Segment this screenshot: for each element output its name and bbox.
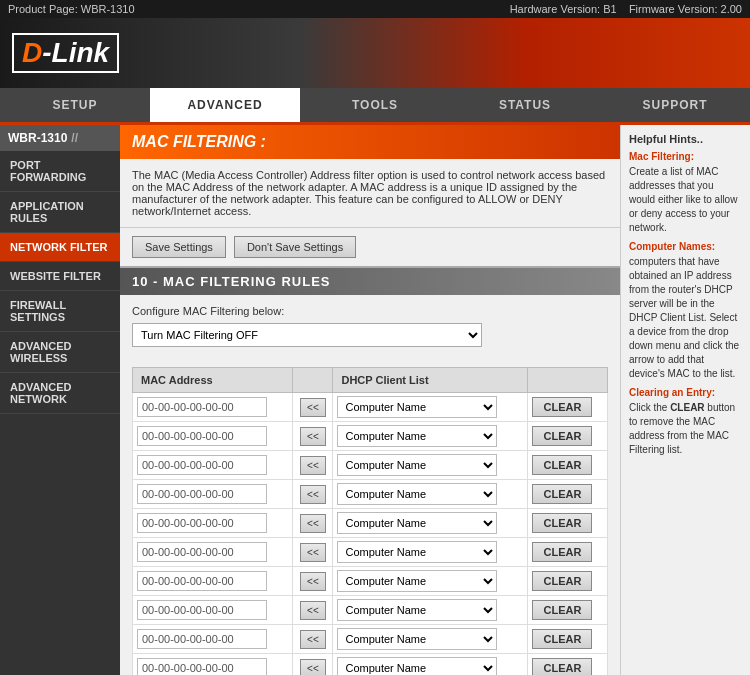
main-layout: WBR-1310 // PORT FORWARDING APPLICATION … bbox=[0, 125, 750, 675]
arrow-button[interactable]: << bbox=[300, 572, 326, 591]
table-row: <<Computer NameCLEAR bbox=[133, 538, 608, 567]
dhcp-client-select[interactable]: Computer Name bbox=[337, 541, 497, 563]
mac-address-input[interactable] bbox=[137, 426, 267, 446]
clear-button[interactable]: CLEAR bbox=[532, 455, 592, 475]
arrow-button[interactable]: << bbox=[300, 427, 326, 446]
page-title: MAC FILTERING : bbox=[120, 125, 620, 159]
mac-address-input[interactable] bbox=[137, 397, 267, 417]
tab-tools[interactable]: TOOLS bbox=[300, 88, 450, 122]
col-dhcp: DHCP Client List bbox=[333, 368, 528, 393]
sidebar: WBR-1310 // PORT FORWARDING APPLICATION … bbox=[0, 125, 120, 675]
mac-address-input[interactable] bbox=[137, 513, 267, 533]
mac-address-input[interactable] bbox=[137, 455, 267, 475]
arrow-button[interactable]: << bbox=[300, 398, 326, 417]
table-row: <<Computer NameCLEAR bbox=[133, 625, 608, 654]
arrow-button[interactable]: << bbox=[300, 630, 326, 649]
col-arrow bbox=[293, 368, 333, 393]
dhcp-client-select[interactable]: Computer Name bbox=[337, 454, 497, 476]
table-row: <<Computer NameCLEAR bbox=[133, 596, 608, 625]
header: D-Link bbox=[0, 18, 750, 88]
version-info: Hardware Version: B1 Firmware Version: 2… bbox=[510, 3, 742, 15]
tab-advanced[interactable]: ADVANCED bbox=[150, 88, 300, 122]
mac-address-input[interactable] bbox=[137, 542, 267, 562]
mac-address-input[interactable] bbox=[137, 658, 267, 675]
dhcp-client-select[interactable]: Computer Name bbox=[337, 657, 497, 675]
dhcp-client-select[interactable]: Computer Name bbox=[337, 425, 497, 447]
device-label: WBR-1310 // bbox=[0, 125, 120, 151]
tab-setup[interactable]: SETUP bbox=[0, 88, 150, 122]
section-title: 10 - MAC FILTERING RULES bbox=[120, 268, 620, 295]
clear-button[interactable]: CLEAR bbox=[532, 484, 592, 504]
table-row: <<Computer NameCLEAR bbox=[133, 654, 608, 676]
tab-status[interactable]: STATUS bbox=[450, 88, 600, 122]
clear-button[interactable]: CLEAR bbox=[532, 397, 592, 417]
mac-address-input[interactable] bbox=[137, 600, 267, 620]
table-row: <<Computer NameCLEAR bbox=[133, 480, 608, 509]
arrow-button[interactable]: << bbox=[300, 659, 326, 676]
sidebar-item-advanced-network[interactable]: ADVANCED NETWORK bbox=[0, 373, 120, 414]
table-row: <<Computer NameCLEAR bbox=[133, 509, 608, 538]
hints-title: Helpful Hints.. bbox=[629, 133, 742, 145]
dhcp-client-select[interactable]: Computer Name bbox=[337, 396, 497, 418]
content-area: MAC FILTERING : The MAC (Media Access Co… bbox=[120, 125, 620, 675]
dhcp-client-select[interactable]: Computer Name bbox=[337, 483, 497, 505]
dhcp-client-select[interactable]: Computer Name bbox=[337, 599, 497, 621]
configure-label: Configure MAC Filtering below: bbox=[132, 305, 608, 317]
sidebar-item-application-rules[interactable]: APPLICATION RULES bbox=[0, 192, 120, 233]
clear-button[interactable]: CLEAR bbox=[532, 542, 592, 562]
dhcp-client-select[interactable]: Computer Name bbox=[337, 628, 497, 650]
save-settings-button[interactable]: Save Settings bbox=[132, 236, 226, 258]
filter-content: Configure MAC Filtering below: Turn MAC … bbox=[120, 295, 620, 357]
top-bar: Product Page: WBR-1310 Hardware Version:… bbox=[0, 0, 750, 18]
clear-button[interactable]: CLEAR bbox=[532, 513, 592, 533]
mac-filter-select[interactable]: Turn MAC Filtering OFF Turn MAC Filterin… bbox=[132, 323, 482, 347]
arrow-button[interactable]: << bbox=[300, 456, 326, 475]
clear-button[interactable]: CLEAR bbox=[532, 629, 592, 649]
dhcp-client-select[interactable]: Computer Name bbox=[337, 512, 497, 534]
product-label: Product Page: WBR-1310 bbox=[8, 3, 135, 15]
clear-button[interactable]: CLEAR bbox=[532, 600, 592, 620]
sidebar-item-network-filter[interactable]: NETWORK FILTER bbox=[0, 233, 120, 262]
hints-computer-names-heading: Computer Names: bbox=[629, 241, 742, 252]
table-row: <<Computer NameCLEAR bbox=[133, 567, 608, 596]
clear-button[interactable]: CLEAR bbox=[532, 571, 592, 591]
mac-address-input[interactable] bbox=[137, 484, 267, 504]
clear-button[interactable]: CLEAR bbox=[532, 426, 592, 446]
mac-table: MAC Address DHCP Client List <<Computer … bbox=[132, 367, 608, 675]
hints-mac-filtering-heading: Mac Filtering: bbox=[629, 151, 742, 162]
buttons-row: Save Settings Don't Save Settings bbox=[120, 228, 620, 268]
table-row: <<Computer NameCLEAR bbox=[133, 422, 608, 451]
nav-tabs: SETUP ADVANCED TOOLS STATUS SUPPORT bbox=[0, 88, 750, 125]
tab-support[interactable]: SUPPORT bbox=[600, 88, 750, 122]
table-row: <<Computer NameCLEAR bbox=[133, 393, 608, 422]
hints-panel: Helpful Hints.. Mac Filtering: Create a … bbox=[620, 125, 750, 675]
arrow-button[interactable]: << bbox=[300, 485, 326, 504]
dont-save-settings-button[interactable]: Don't Save Settings bbox=[234, 236, 356, 258]
sidebar-item-website-filter[interactable]: WEBSITE FILTER bbox=[0, 262, 120, 291]
clear-button[interactable]: CLEAR bbox=[532, 658, 592, 675]
col-action bbox=[528, 368, 608, 393]
arrow-button[interactable]: << bbox=[300, 601, 326, 620]
hints-mac-filtering-text: Create a list of MAC addresses that you … bbox=[629, 165, 742, 235]
description: The MAC (Media Access Controller) Addres… bbox=[120, 159, 620, 228]
logo: D-Link bbox=[12, 33, 119, 73]
dhcp-client-select[interactable]: Computer Name bbox=[337, 570, 497, 592]
col-mac-address: MAC Address bbox=[133, 368, 293, 393]
arrow-button[interactable]: << bbox=[300, 514, 326, 533]
hints-computer-names-text: computers that have obtained an IP addre… bbox=[629, 255, 742, 381]
mac-address-input[interactable] bbox=[137, 629, 267, 649]
sidebar-item-advanced-wireless[interactable]: ADVANCED WIRELESS bbox=[0, 332, 120, 373]
table-row: <<Computer NameCLEAR bbox=[133, 451, 608, 480]
hints-clearing-text: Click the CLEAR button to remove the MAC… bbox=[629, 401, 742, 457]
hints-clearing-heading: Clearing an Entry: bbox=[629, 387, 742, 398]
sidebar-item-firewall-settings[interactable]: FIREWALL SETTINGS bbox=[0, 291, 120, 332]
arrow-button[interactable]: << bbox=[300, 543, 326, 562]
sidebar-item-port-forwarding[interactable]: PORT FORWARDING bbox=[0, 151, 120, 192]
mac-address-input[interactable] bbox=[137, 571, 267, 591]
